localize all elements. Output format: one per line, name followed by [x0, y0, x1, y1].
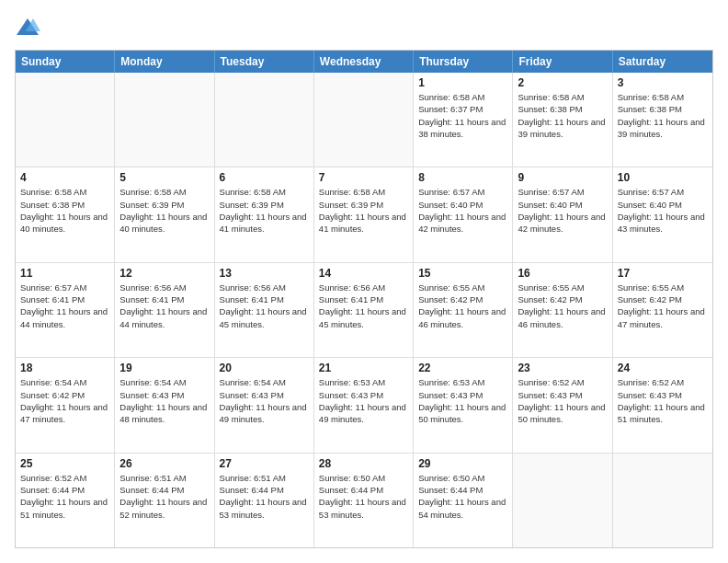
- day-number: 5: [119, 171, 209, 184]
- cal-header-friday: Friday: [513, 51, 612, 73]
- cal-week-1: 4Sunrise: 6:58 AM Sunset: 6:38 PM Daylig…: [16, 167, 712, 262]
- cal-week-4: 25Sunrise: 6:52 AM Sunset: 6:44 PM Dayli…: [16, 454, 712, 547]
- day-number: 22: [418, 362, 507, 374]
- day-info: Sunrise: 6:58 AM Sunset: 6:37 PM Dayligh…: [418, 91, 507, 140]
- day-info: Sunrise: 6:58 AM Sunset: 6:38 PM Dayligh…: [518, 91, 607, 140]
- day-number: 18: [20, 362, 109, 374]
- day-number: 4: [20, 171, 109, 184]
- day-info: Sunrise: 6:54 AM Sunset: 6:42 PM Dayligh…: [20, 376, 109, 425]
- calendar: SundayMondayTuesdayWednesdayThursdayFrid…: [15, 50, 713, 548]
- day-info: Sunrise: 6:52 AM Sunset: 6:43 PM Dayligh…: [618, 376, 708, 425]
- cal-day-14: 14Sunrise: 6:56 AM Sunset: 6:41 PM Dayli…: [314, 263, 414, 357]
- day-info: Sunrise: 6:55 AM Sunset: 6:42 PM Dayligh…: [518, 282, 607, 330]
- cal-day-21: 21Sunrise: 6:53 AM Sunset: 6:43 PM Dayli…: [314, 358, 414, 452]
- header: [15, 15, 713, 40]
- day-number: 2: [518, 76, 607, 89]
- day-number: 21: [319, 362, 408, 374]
- cal-day-29: 29Sunrise: 6:50 AM Sunset: 6:44 PM Dayli…: [414, 454, 513, 547]
- day-number: 16: [518, 267, 607, 280]
- day-info: Sunrise: 6:57 AM Sunset: 6:41 PM Dayligh…: [20, 282, 109, 330]
- day-number: 11: [20, 267, 109, 280]
- day-info: Sunrise: 6:58 AM Sunset: 6:39 PM Dayligh…: [220, 186, 309, 235]
- calendar-body: 1Sunrise: 6:58 AM Sunset: 6:37 PM Daylig…: [16, 73, 712, 547]
- cal-day-empty: [513, 454, 612, 547]
- day-number: 24: [618, 362, 708, 374]
- cal-header-monday: Monday: [115, 51, 214, 73]
- day-number: 14: [319, 267, 408, 280]
- cal-day-empty: [613, 454, 712, 547]
- day-info: Sunrise: 6:53 AM Sunset: 6:43 PM Dayligh…: [418, 376, 507, 425]
- day-info: Sunrise: 6:58 AM Sunset: 6:39 PM Dayligh…: [119, 186, 209, 235]
- day-number: 13: [220, 267, 309, 280]
- day-info: Sunrise: 6:57 AM Sunset: 6:40 PM Dayligh…: [518, 186, 607, 235]
- day-number: 23: [518, 362, 607, 374]
- cal-day-13: 13Sunrise: 6:56 AM Sunset: 6:41 PM Dayli…: [215, 263, 314, 357]
- cal-day-28: 28Sunrise: 6:50 AM Sunset: 6:44 PM Dayli…: [314, 454, 414, 547]
- day-info: Sunrise: 6:56 AM Sunset: 6:41 PM Dayligh…: [220, 282, 309, 330]
- cal-day-17: 17Sunrise: 6:55 AM Sunset: 6:42 PM Dayli…: [613, 263, 712, 357]
- cal-day-22: 22Sunrise: 6:53 AM Sunset: 6:43 PM Dayli…: [414, 358, 513, 452]
- day-info: Sunrise: 6:54 AM Sunset: 6:43 PM Dayligh…: [220, 376, 309, 425]
- day-number: 19: [119, 362, 209, 374]
- day-number: 17: [618, 267, 708, 280]
- day-number: 15: [418, 267, 507, 280]
- cal-day-18: 18Sunrise: 6:54 AM Sunset: 6:42 PM Dayli…: [16, 358, 115, 452]
- day-info: Sunrise: 6:52 AM Sunset: 6:43 PM Dayligh…: [518, 376, 607, 425]
- day-info: Sunrise: 6:58 AM Sunset: 6:39 PM Dayligh…: [319, 186, 408, 235]
- cal-week-3: 18Sunrise: 6:54 AM Sunset: 6:42 PM Dayli…: [16, 358, 712, 453]
- cal-day-23: 23Sunrise: 6:52 AM Sunset: 6:43 PM Dayli…: [513, 358, 612, 452]
- day-number: 9: [518, 171, 607, 184]
- day-info: Sunrise: 6:52 AM Sunset: 6:44 PM Dayligh…: [20, 472, 109, 521]
- day-number: 7: [319, 171, 408, 184]
- day-info: Sunrise: 6:55 AM Sunset: 6:42 PM Dayligh…: [618, 282, 708, 330]
- day-number: 8: [418, 171, 507, 184]
- cal-day-1: 1Sunrise: 6:58 AM Sunset: 6:37 PM Daylig…: [414, 73, 513, 167]
- day-info: Sunrise: 6:58 AM Sunset: 6:38 PM Dayligh…: [20, 186, 109, 235]
- day-number: 12: [119, 267, 209, 280]
- cal-day-20: 20Sunrise: 6:54 AM Sunset: 6:43 PM Dayli…: [215, 358, 314, 452]
- cal-day-15: 15Sunrise: 6:55 AM Sunset: 6:42 PM Dayli…: [414, 263, 513, 357]
- logo: [15, 15, 44, 40]
- cal-day-empty: [115, 73, 214, 167]
- cal-day-6: 6Sunrise: 6:58 AM Sunset: 6:39 PM Daylig…: [215, 167, 314, 261]
- cal-day-27: 27Sunrise: 6:51 AM Sunset: 6:44 PM Dayli…: [215, 454, 314, 547]
- cal-day-3: 3Sunrise: 6:58 AM Sunset: 6:38 PM Daylig…: [613, 73, 712, 167]
- cal-day-11: 11Sunrise: 6:57 AM Sunset: 6:41 PM Dayli…: [16, 263, 115, 357]
- day-number: 10: [618, 171, 708, 184]
- page: SundayMondayTuesdayWednesdayThursdayFrid…: [0, 0, 728, 563]
- day-number: 20: [220, 362, 309, 374]
- day-info: Sunrise: 6:50 AM Sunset: 6:44 PM Dayligh…: [319, 472, 408, 521]
- day-info: Sunrise: 6:54 AM Sunset: 6:43 PM Dayligh…: [119, 376, 209, 425]
- day-number: 26: [119, 457, 209, 470]
- day-number: 1: [418, 76, 507, 89]
- day-info: Sunrise: 6:51 AM Sunset: 6:44 PM Dayligh…: [119, 472, 209, 521]
- day-info: Sunrise: 6:57 AM Sunset: 6:40 PM Dayligh…: [418, 186, 507, 235]
- day-info: Sunrise: 6:58 AM Sunset: 6:38 PM Dayligh…: [618, 91, 708, 140]
- cal-day-16: 16Sunrise: 6:55 AM Sunset: 6:42 PM Dayli…: [513, 263, 612, 357]
- cal-day-12: 12Sunrise: 6:56 AM Sunset: 6:41 PM Dayli…: [115, 263, 214, 357]
- day-info: Sunrise: 6:51 AM Sunset: 6:44 PM Dayligh…: [220, 472, 309, 521]
- cal-header-tuesday: Tuesday: [215, 51, 314, 73]
- cal-day-24: 24Sunrise: 6:52 AM Sunset: 6:43 PM Dayli…: [613, 358, 712, 452]
- day-number: 29: [418, 457, 507, 470]
- day-info: Sunrise: 6:56 AM Sunset: 6:41 PM Dayligh…: [119, 282, 209, 330]
- day-number: 28: [319, 457, 408, 470]
- cal-day-5: 5Sunrise: 6:58 AM Sunset: 6:39 PM Daylig…: [115, 167, 214, 261]
- cal-day-empty: [16, 73, 115, 167]
- calendar-header-row: SundayMondayTuesdayWednesdayThursdayFrid…: [16, 51, 712, 73]
- cal-header-thursday: Thursday: [414, 51, 513, 73]
- cal-day-empty: [314, 73, 414, 167]
- day-info: Sunrise: 6:53 AM Sunset: 6:43 PM Dayligh…: [319, 376, 408, 425]
- cal-week-2: 11Sunrise: 6:57 AM Sunset: 6:41 PM Dayli…: [16, 263, 712, 358]
- cal-day-2: 2Sunrise: 6:58 AM Sunset: 6:38 PM Daylig…: [513, 73, 612, 167]
- logo-icon: [15, 15, 40, 40]
- day-number: 27: [220, 457, 309, 470]
- cal-day-25: 25Sunrise: 6:52 AM Sunset: 6:44 PM Dayli…: [16, 454, 115, 547]
- cal-day-9: 9Sunrise: 6:57 AM Sunset: 6:40 PM Daylig…: [513, 167, 612, 261]
- cal-day-19: 19Sunrise: 6:54 AM Sunset: 6:43 PM Dayli…: [115, 358, 214, 452]
- cal-day-4: 4Sunrise: 6:58 AM Sunset: 6:38 PM Daylig…: [16, 167, 115, 261]
- day-number: 3: [618, 76, 708, 89]
- cal-day-empty: [215, 73, 314, 167]
- day-info: Sunrise: 6:57 AM Sunset: 6:40 PM Dayligh…: [618, 186, 708, 235]
- cal-day-26: 26Sunrise: 6:51 AM Sunset: 6:44 PM Dayli…: [115, 454, 214, 547]
